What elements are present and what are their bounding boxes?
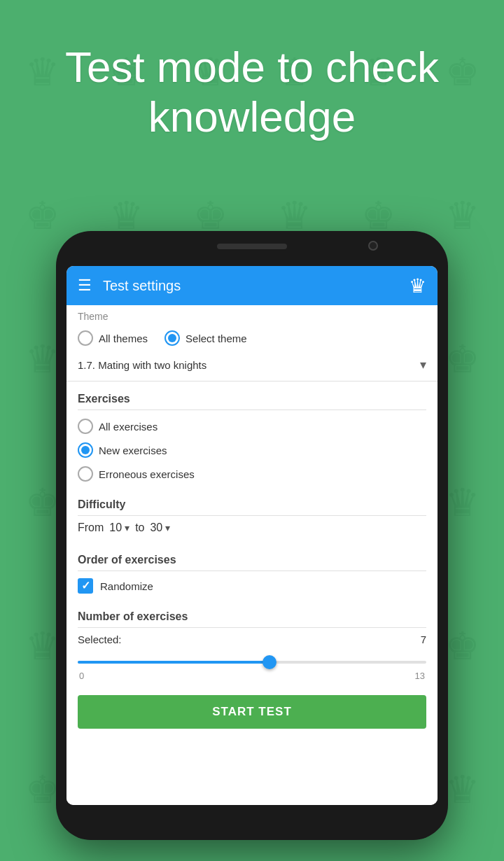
app-bar: ☰ Test settings ♛ [66,266,438,305]
all-exercises-row[interactable]: All exercises [66,414,438,438]
to-dropdown-arrow-icon: ▾ [165,522,170,533]
to-dropdown[interactable]: 30 ▾ [150,522,170,534]
erroneous-exercises-option[interactable]: Erroneous exercises [78,466,195,482]
select-theme-label: Select theme [186,332,247,344]
select-theme-option[interactable]: Select theme [164,330,247,346]
theme-dropdown-arrow-icon: ▾ [420,357,426,372]
slider-min-label: 0 [79,671,84,681]
theme-radio-row: All themes Select theme [66,325,438,351]
erroneous-exercises-label: Erroneous exercises [99,468,195,480]
exercises-slider-container[interactable]: 0 13 [66,648,438,684]
erroneous-exercises-radio[interactable] [78,466,93,482]
select-theme-radio[interactable] [164,330,180,346]
phone-screen: ☰ Test settings ♛ Theme All themes [66,266,438,805]
number-header: Number of exercises [66,602,438,627]
exercises-options: All exercises New exercises [66,410,438,490]
slider-track[interactable] [78,661,426,664]
difficulty-section: Difficulty From 10 ▾ to 30 ▾ [66,490,438,545]
selected-row: Selected: 7 [66,628,438,648]
exercises-header: Exercises [66,384,438,410]
new-exercises-row[interactable]: New exercises [66,438,438,462]
app-logo-icon: ♛ [409,274,426,298]
phone-frame: ☰ Test settings ♛ Theme All themes [56,231,448,840]
theme-dropdown[interactable]: 1.7. Mating with two knights ▾ [66,351,438,382]
from-label: From [78,522,104,534]
to-label: to [135,522,144,534]
start-btn-container: START TEST [66,684,438,740]
randomize-checkbox[interactable]: ✓ [78,578,93,594]
screen-content[interactable]: Theme All themes Select theme 1.7. Matin… [66,305,438,805]
randomize-label: Randomize [100,580,153,592]
all-themes-option[interactable]: All themes [78,330,148,346]
from-value: 10 [109,522,122,534]
all-themes-radio[interactable] [78,330,93,346]
start-test-button[interactable]: START TEST [78,695,426,729]
to-value: 30 [150,522,162,534]
page-title: Test mode to check knowledge [0,42,504,142]
select-theme-radio-fill [168,334,176,342]
all-themes-label: All themes [99,332,148,344]
selected-label: Selected: [78,634,122,645]
theme-label: Theme [66,305,438,325]
selected-value: 7 [421,634,426,645]
phone-camera [368,241,378,251]
new-exercises-radio[interactable] [78,442,93,458]
menu-icon[interactable]: ☰ [78,276,92,295]
new-exercises-option[interactable]: New exercises [78,442,167,458]
app-bar-title: Test settings [103,278,398,294]
difficulty-header: Difficulty [66,490,438,515]
exercises-section: Exercises All exercises [66,382,438,490]
number-section: Number of exercises Selected: 7 0 13 [66,602,438,684]
difficulty-range-row: From 10 ▾ to 30 ▾ [66,516,438,542]
phone-speaker [217,244,287,249]
slider-labels: 0 13 [78,671,426,681]
all-exercises-radio[interactable] [78,419,93,434]
all-exercises-label: All exercises [99,421,158,433]
from-dropdown[interactable]: 10 ▾ [109,522,130,534]
all-exercises-option[interactable]: All exercises [78,419,158,434]
new-exercises-label: New exercises [99,444,167,456]
order-header: Order of exercises [66,545,438,570]
checkmark-icon: ✓ [81,580,90,592]
new-exercises-radio-fill [81,446,90,454]
from-dropdown-arrow-icon: ▾ [125,522,130,533]
order-section: Order of exercises ✓ Randomize [66,545,438,602]
randomize-row[interactable]: ✓ Randomize [66,571,438,602]
slider-max-label: 13 [415,671,425,681]
slider-fill [78,661,270,664]
slider-thumb[interactable] [262,655,276,669]
theme-dropdown-value: 1.7. Mating with two knights [78,359,420,371]
erroneous-exercises-row[interactable]: Erroneous exercises [66,462,438,486]
theme-section: Theme All themes Select theme 1.7. Matin… [66,305,438,382]
